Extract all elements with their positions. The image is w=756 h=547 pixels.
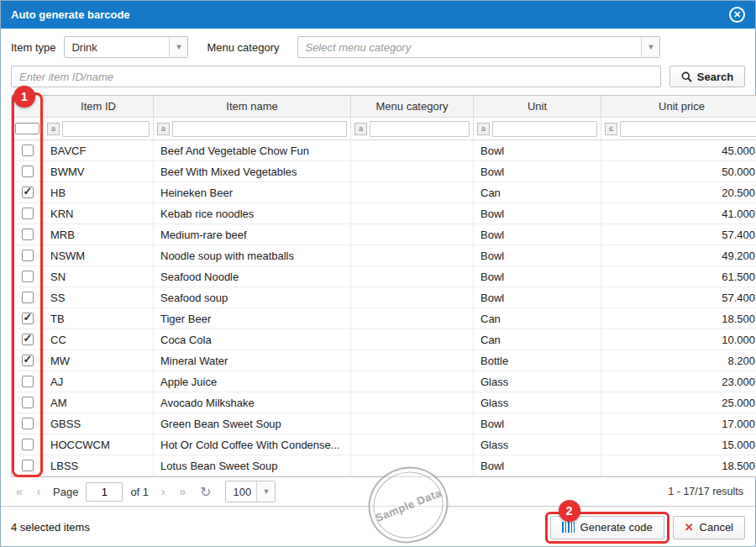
table-row[interactable]: LBSS Lotus Bean Sweet Soup Bowl 18.500 [12, 455, 756, 476]
row-checkbox-cell [12, 371, 44, 392]
search-button[interactable]: Search [669, 66, 745, 87]
search-icon [681, 71, 692, 82]
last-page-button[interactable]: » [176, 485, 189, 498]
filter-input-menu-category[interactable] [370, 121, 470, 137]
cell-item-id: HOCCWCM [44, 434, 154, 455]
cell-menu-category [351, 140, 474, 160]
table-row[interactable]: HOCCWCM Hot Or Cold Coffee With Condense… [12, 434, 756, 455]
select-all-checkbox[interactable] [15, 123, 39, 134]
row-checkbox[interactable] [22, 334, 34, 345]
cell-item-id: AJ [44, 371, 154, 392]
cell-menu-category [351, 392, 474, 413]
table-row[interactable]: HB Heineken Beer Can 20.500 [12, 182, 756, 203]
row-checkbox-cell [12, 266, 44, 287]
page-number-input[interactable] [86, 482, 123, 502]
filter-input-unit-price[interactable] [620, 121, 756, 137]
next-page-button[interactable]: › [156, 485, 170, 498]
item-type-select[interactable]: Drink ▼ [64, 36, 188, 58]
row-checkbox[interactable] [22, 313, 34, 324]
filter-input-item-name[interactable] [172, 121, 347, 137]
filter-operator-less-equal-icon[interactable]: ≤ [605, 123, 617, 135]
table-row[interactable]: CC Coca Cola Can 10.000 [12, 329, 756, 350]
cell-unit-price: 10.000 [601, 329, 756, 350]
row-checkbox-cell [12, 413, 44, 434]
cell-item-name: Avocado Milkshake [154, 392, 351, 413]
row-checkbox[interactable] [22, 187, 34, 198]
row-checkbox[interactable] [22, 397, 34, 408]
table-body: BAVCF Beef And Vegetable Chow Fun Bowl 4… [12, 140, 756, 476]
page-size-select[interactable]: 100 ▼ [225, 481, 276, 502]
cell-unit-price: 57.400 [601, 287, 756, 308]
chevron-down-icon: ▼ [256, 481, 275, 502]
row-checkbox[interactable] [22, 439, 34, 450]
table-row[interactable]: BWMV Beef With Mixed Vegetables Bowl 50.… [12, 161, 756, 182]
row-checkbox-cell [12, 161, 44, 181]
table-row[interactable]: MW Mineral Water Bottle 8.200 [12, 350, 756, 371]
row-checkbox[interactable] [22, 145, 34, 156]
column-header-unit[interactable]: Unit [474, 96, 601, 117]
refresh-icon[interactable]: ↻ [200, 484, 211, 500]
column-header-unit-price[interactable]: Unit price [601, 96, 756, 117]
cell-item-name: Medium-rare beef [154, 224, 351, 245]
table-row[interactable]: MRB Medium-rare beef Bowl 57.400 [12, 224, 756, 245]
auto-generate-barcode-dialog: Auto generate barcode ✕ Item type Drink … [0, 0, 756, 547]
row-checkbox[interactable] [22, 292, 34, 303]
cell-item-name: Beef With Mixed Vegetables [154, 161, 351, 181]
filter-input-unit[interactable] [492, 121, 597, 137]
row-checkbox-cell [12, 287, 44, 308]
row-checkbox[interactable] [22, 229, 34, 240]
cell-item-id: TB [44, 308, 154, 329]
cell-unit: Bowl [474, 203, 601, 224]
row-checkbox-cell [12, 392, 44, 413]
row-checkbox[interactable] [22, 460, 34, 471]
item-search-input[interactable] [11, 66, 661, 87]
filter-input-item-id[interactable] [62, 121, 150, 137]
cell-unit: Can [474, 182, 601, 202]
row-checkbox[interactable] [22, 355, 34, 366]
first-page-button[interactable]: « [13, 485, 26, 498]
row-checkbox[interactable] [22, 166, 34, 177]
menu-category-select[interactable]: Select menu category ▼ [297, 36, 660, 58]
cell-item-name: Kebab rice noodles [154, 203, 351, 224]
table-row[interactable]: GBSS Green Bean Sweet Soup Bowl 17.000 [12, 413, 756, 434]
filter-operator-icon[interactable]: a [47, 123, 60, 135]
filter-operator-icon[interactable]: a [354, 123, 367, 135]
table-row[interactable]: AJ Apple Juice Glass 23.000 [12, 371, 756, 392]
table-row[interactable]: KRN Kebab rice noodles Bowl 41.000 [12, 203, 756, 224]
cell-item-name: Tiger Beer [154, 308, 351, 329]
cell-item-id: BAVCF [44, 140, 154, 160]
filter-operator-icon[interactable]: a [477, 123, 490, 135]
table-row[interactable]: AM Avocado Milkshake Glass 25.000 [12, 392, 756, 413]
row-checkbox[interactable] [22, 418, 34, 429]
row-checkbox[interactable] [22, 376, 34, 387]
column-header-item-id[interactable]: Item ID [44, 96, 154, 117]
table-row[interactable]: SN Seafood Noodle Bowl 61.500 [12, 266, 756, 287]
row-checkbox[interactable] [22, 271, 34, 282]
cancel-x-icon: ✕ [685, 521, 694, 534]
table-row[interactable]: SS Seafood soup Bowl 57.400 [12, 287, 756, 308]
cell-unit-price: 25.000 [601, 392, 756, 413]
row-checkbox[interactable] [22, 250, 34, 261]
cell-unit: Bowl [474, 287, 601, 308]
column-header-menu-category[interactable]: Menu category [351, 96, 474, 117]
table-row[interactable]: BAVCF Beef And Vegetable Chow Fun Bowl 4… [12, 140, 756, 161]
menu-category-label: Menu category [207, 41, 279, 54]
barcode-icon [562, 522, 575, 533]
cell-item-id: SS [44, 287, 154, 308]
cell-menu-category [351, 161, 474, 181]
close-icon[interactable]: ✕ [729, 7, 745, 23]
prev-page-button[interactable]: ‹ [32, 485, 45, 498]
cancel-button[interactable]: ✕ Cancel [673, 516, 745, 539]
row-checkbox[interactable] [22, 208, 34, 219]
table-row[interactable]: TB Tiger Beer Can 18.500 [12, 308, 756, 329]
filter-operator-icon[interactable]: a [157, 123, 170, 135]
table-row[interactable]: NSWM Noodle soup with meatballs Bowl 49.… [12, 245, 756, 266]
cell-item-name: Heineken Beer [154, 182, 351, 202]
cell-unit-price: 41.000 [601, 203, 756, 224]
cell-unit: Bowl [474, 224, 601, 245]
column-header-item-name[interactable]: Item name [154, 96, 351, 117]
item-type-value: Drink [71, 41, 169, 54]
cell-unit: Bowl [474, 140, 601, 160]
cell-unit: Glass [474, 371, 601, 392]
cell-unit-price: 20.500 [601, 182, 756, 202]
